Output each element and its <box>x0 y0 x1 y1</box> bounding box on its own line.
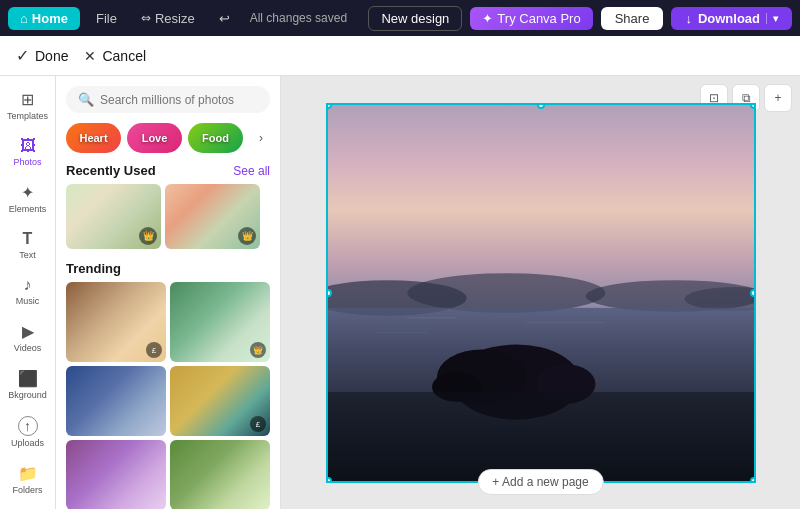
upload-icon: ↑ <box>18 416 38 436</box>
sidebar-item-uploads[interactable]: ↑ Uploads <box>4 410 52 454</box>
trending-photo-2[interactable]: 👑 <box>170 282 270 362</box>
nav-right-actions: New design ✦ Try Canva Pro Share ↓ Downl… <box>368 6 792 31</box>
sidebar-item-elements[interactable]: ✦ Elements <box>4 177 52 220</box>
canvas-add-button[interactable]: + <box>764 84 792 112</box>
home-button[interactable]: ⌂ Home <box>8 7 80 30</box>
chip-food-label: Food <box>188 123 243 153</box>
sidebar-item-music[interactable]: ♪ Music <box>4 270 52 312</box>
add-page-button[interactable]: + Add a new page <box>477 469 603 495</box>
chip-food[interactable]: Food <box>188 123 243 153</box>
sidebar-item-more[interactable]: ••• More <box>4 505 52 509</box>
download-button[interactable]: ↓ Download ▾ <box>671 7 792 30</box>
sidebar-item-photos[interactable]: 🖼 Photos <box>4 131 52 173</box>
download-caret-icon[interactable]: ▾ <box>766 13 778 24</box>
handle-top-left[interactable] <box>326 103 332 109</box>
trending-photo-6[interactable] <box>170 440 270 509</box>
file-button[interactable]: File <box>86 7 127 30</box>
photos-panel: 🔍 Heart Love Food › Recently Used See al… <box>56 76 281 509</box>
trending-grid: £ 👑 £ <box>66 282 270 509</box>
new-design-button[interactable]: New design <box>368 6 462 31</box>
text-icon: T <box>23 230 33 248</box>
photos-icon: 🖼 <box>20 137 36 155</box>
action-bar: ✓ Done ✕ Cancel <box>0 36 800 76</box>
photo-category-chips: Heart Love Food › <box>66 123 270 153</box>
handle-right-mid[interactable] <box>750 289 756 297</box>
download-icon: ↓ <box>685 11 692 26</box>
music-icon: ♪ <box>24 276 32 294</box>
search-input[interactable] <box>100 93 258 107</box>
handle-bottom-right[interactable] <box>750 477 756 483</box>
recently-used-photo-1[interactable]: 👑 <box>66 184 161 249</box>
search-icon: 🔍 <box>78 92 94 107</box>
home-icon: ⌂ <box>20 11 28 26</box>
saved-status: All changes saved <box>250 11 347 25</box>
main-layout: ⊞ Templates 🖼 Photos ✦ Elements T Text ♪… <box>0 76 800 509</box>
sidebar-item-text[interactable]: T Text <box>4 224 52 266</box>
sidebar: ⊞ Templates 🖼 Photos ✦ Elements T Text ♪… <box>0 76 56 509</box>
chip-heart[interactable]: Heart <box>66 123 121 153</box>
trending-badge-4: £ <box>250 416 266 432</box>
search-box[interactable]: 🔍 <box>66 86 270 113</box>
cancel-button[interactable]: ✕ Cancel <box>84 48 146 64</box>
svg-rect-13 <box>328 391 754 480</box>
trending-photo-5[interactable] <box>66 440 166 509</box>
sidebar-item-videos[interactable]: ▶ Videos <box>4 316 52 359</box>
chip-love[interactable]: Love <box>127 123 182 153</box>
resize-button[interactable]: ⇔ Resize <box>133 7 203 30</box>
trending-photo-3[interactable] <box>66 366 166 436</box>
add-icon: + <box>774 91 781 105</box>
photo-crown-badge-2: 👑 <box>238 227 256 245</box>
undo-icon: ↩ <box>219 11 230 26</box>
folder-icon: 📁 <box>18 464 38 483</box>
canvas-area: ⊡ ⧉ + <box>281 76 800 509</box>
star-icon: ✦ <box>482 11 493 26</box>
recently-used-photo-2[interactable]: 👑 <box>165 184 260 249</box>
try-canva-pro-button[interactable]: ✦ Try Canva Pro <box>470 7 592 30</box>
canvas-frame[interactable]: ↻ <box>326 103 756 483</box>
chips-scroll-right[interactable]: › <box>249 123 270 153</box>
chip-love-label: Love <box>127 123 182 153</box>
top-navigation: ⌂ Home File ⇔ Resize ↩ All changes saved… <box>0 0 800 36</box>
trending-badge-1: £ <box>146 342 162 358</box>
trending-photo-4[interactable]: £ <box>170 366 270 436</box>
trending-header: Trending <box>66 261 270 276</box>
photo-crown-badge: 👑 <box>139 227 157 245</box>
sidebar-item-folders[interactable]: 📁 Folders <box>4 458 52 501</box>
trending-badge-2: 👑 <box>250 342 266 358</box>
svg-point-2 <box>407 273 605 313</box>
recently-used-header: Recently Used See all <box>66 163 270 178</box>
sidebar-item-background[interactable]: ⬛ Bkground <box>4 363 52 406</box>
see-all-link[interactable]: See all <box>233 164 270 178</box>
background-icon: ⬛ <box>18 369 38 388</box>
sidebar-item-templates[interactable]: ⊞ Templates <box>4 84 52 127</box>
resize-icon: ⇔ <box>141 11 151 25</box>
checkmark-icon: ✓ <box>16 46 29 65</box>
trending-photo-1[interactable]: £ <box>66 282 166 362</box>
canvas-image <box>328 105 754 481</box>
video-icon: ▶ <box>22 322 34 341</box>
templates-icon: ⊞ <box>21 90 34 109</box>
elements-icon: ✦ <box>21 183 34 202</box>
share-button[interactable]: Share <box>601 7 664 30</box>
chip-heart-label: Heart <box>66 123 121 153</box>
undo-button[interactable]: ↩ <box>209 7 240 30</box>
trending-title: Trending <box>66 261 121 276</box>
done-button[interactable]: ✓ Done <box>16 46 68 65</box>
recently-used-grid: 👑 👑 <box>66 184 270 249</box>
recently-used-title: Recently Used <box>66 163 156 178</box>
close-icon: ✕ <box>84 48 96 64</box>
handle-bottom-left[interactable] <box>326 477 332 483</box>
handle-top-right[interactable] <box>750 103 756 109</box>
